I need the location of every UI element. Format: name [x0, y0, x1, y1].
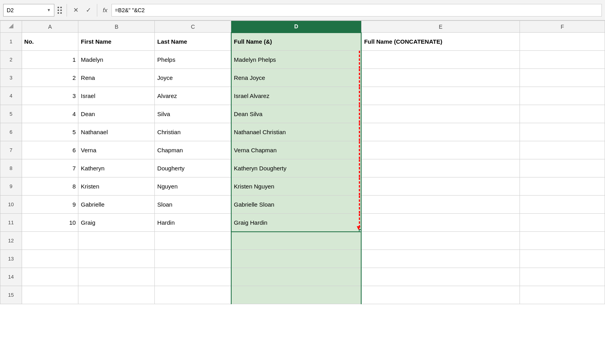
cell-d-7[interactable]: Verna Chapman: [231, 141, 362, 159]
row-header-12[interactable]: 12: [0, 232, 22, 250]
cell-e-10[interactable]: [361, 196, 520, 214]
row-header-5[interactable]: 5: [0, 105, 22, 123]
cell-e-9[interactable]: [361, 177, 520, 196]
cell-c-10[interactable]: Sloan: [155, 196, 231, 214]
cell-a-14[interactable]: [22, 268, 78, 286]
cell-e-14[interactable]: [361, 268, 520, 286]
cell-d-14[interactable]: [231, 268, 362, 286]
cell-e-3[interactable]: [361, 69, 520, 87]
cell-e-5[interactable]: [361, 105, 520, 123]
cell-b-6[interactable]: Nathanael: [78, 123, 155, 141]
cell-d-15[interactable]: [231, 286, 362, 304]
cell-d-3[interactable]: Rena Joyce: [231, 69, 362, 87]
row-header-9[interactable]: 9: [0, 177, 22, 196]
cell-f-11[interactable]: [520, 214, 605, 232]
cell-e-11[interactable]: [361, 214, 520, 232]
cell-b-9[interactable]: Kristen: [78, 177, 155, 196]
cell-f-10[interactable]: [520, 196, 605, 214]
cell-a-15[interactable]: [22, 286, 78, 304]
cell-a-2[interactable]: 1: [22, 51, 78, 69]
cell-c-11[interactable]: Hardin: [155, 214, 231, 232]
cell-b-12[interactable]: [78, 232, 155, 250]
cell-c-3[interactable]: Joyce: [155, 69, 231, 87]
cell-f-3[interactable]: [520, 69, 605, 87]
cell-d-9[interactable]: Kristen Nguyen: [231, 177, 362, 196]
cell-a-4[interactable]: 3: [22, 87, 78, 105]
col-header-d[interactable]: D: [231, 21, 362, 33]
cell-b-11[interactable]: Graig: [78, 214, 155, 232]
cell-b-4[interactable]: Israel: [78, 87, 155, 105]
cell-c-12[interactable]: [155, 232, 231, 250]
cell-b-14[interactable]: [78, 268, 155, 286]
cell-c-7[interactable]: Chapman: [155, 141, 231, 159]
cell-ref-dropdown-icon[interactable]: ▼: [47, 8, 51, 12]
cell-d-5[interactable]: Dean Silva: [231, 105, 362, 123]
cell-d-12[interactable]: [231, 232, 362, 250]
cell-d-10[interactable]: Gabrielle Sloan: [231, 196, 362, 214]
row-header-6[interactable]: 6: [0, 123, 22, 141]
cell-c-1[interactable]: Last Name: [155, 33, 231, 51]
cell-d-2[interactable]: Madelyn Phelps: [231, 51, 362, 69]
cell-b-3[interactable]: Rena: [78, 69, 155, 87]
cell-b-13[interactable]: [78, 250, 155, 268]
cell-a-3[interactable]: 2: [22, 69, 78, 87]
cell-f-5[interactable]: [520, 105, 605, 123]
cell-a-1[interactable]: No.: [22, 33, 78, 51]
cell-e-13[interactable]: [361, 250, 520, 268]
col-header-a[interactable]: A: [22, 21, 78, 33]
cell-b-10[interactable]: Gabrielle: [78, 196, 155, 214]
cell-f-12[interactable]: [520, 232, 605, 250]
cell-a-10[interactable]: 9: [22, 196, 78, 214]
cell-d-1[interactable]: Full Name (&): [231, 33, 362, 51]
cell-f-2[interactable]: [520, 51, 605, 69]
cell-a-11[interactable]: 10: [22, 214, 78, 232]
col-header-b[interactable]: B: [78, 21, 155, 33]
formula-input[interactable]: [111, 4, 602, 17]
row-header-10[interactable]: 10: [0, 196, 22, 214]
row-header-15[interactable]: 15: [0, 286, 22, 304]
cell-c-6[interactable]: Christian: [155, 123, 231, 141]
row-header-3[interactable]: 3: [0, 69, 22, 87]
cell-b-5[interactable]: Dean: [78, 105, 155, 123]
cell-d-8[interactable]: Katheryn Dougherty: [231, 159, 362, 177]
cell-b-8[interactable]: Katheryn: [78, 159, 155, 177]
confirm-button[interactable]: ✓: [83, 5, 94, 16]
cell-c-8[interactable]: Dougherty: [155, 159, 231, 177]
cancel-button[interactable]: ✕: [70, 5, 81, 16]
row-header-1[interactable]: 1: [0, 33, 22, 51]
cell-reference-box[interactable]: D2 ▼: [3, 4, 54, 17]
cell-c-14[interactable]: [155, 268, 231, 286]
cell-c-2[interactable]: Phelps: [155, 51, 231, 69]
cell-e-12[interactable]: [361, 232, 520, 250]
cell-e-15[interactable]: [361, 286, 520, 304]
row-header-4[interactable]: 4: [0, 87, 22, 105]
col-header-e[interactable]: E: [361, 21, 520, 33]
cell-f-4[interactable]: [520, 87, 605, 105]
cell-e-6[interactable]: [361, 123, 520, 141]
cell-a-7[interactable]: 6: [22, 141, 78, 159]
col-header-f[interactable]: F: [520, 21, 605, 33]
cell-f-13[interactable]: [520, 250, 605, 268]
cell-b-15[interactable]: [78, 286, 155, 304]
cell-e-2[interactable]: [361, 51, 520, 69]
row-header-8[interactable]: 8: [0, 159, 22, 177]
cell-b-2[interactable]: Madelyn: [78, 51, 155, 69]
cell-e-7[interactable]: [361, 141, 520, 159]
cell-f-6[interactable]: [520, 123, 605, 141]
cell-f-9[interactable]: [520, 177, 605, 196]
cell-f-1[interactable]: [520, 33, 605, 51]
row-header-11[interactable]: 11: [0, 214, 22, 232]
cell-a-9[interactable]: 8: [22, 177, 78, 196]
cell-a-13[interactable]: [22, 250, 78, 268]
row-header-7[interactable]: 7: [0, 141, 22, 159]
cell-e-4[interactable]: [361, 87, 520, 105]
cell-c-5[interactable]: Silva: [155, 105, 231, 123]
cell-b-7[interactable]: Verna: [78, 141, 155, 159]
cell-b-1[interactable]: First Name: [78, 33, 155, 51]
cell-f-14[interactable]: [520, 268, 605, 286]
cell-f-7[interactable]: [520, 141, 605, 159]
cell-e-1[interactable]: Full Name (CONCATENATE): [361, 33, 520, 51]
cell-f-8[interactable]: [520, 159, 605, 177]
cell-a-12[interactable]: [22, 232, 78, 250]
cell-a-8[interactable]: 7: [22, 159, 78, 177]
